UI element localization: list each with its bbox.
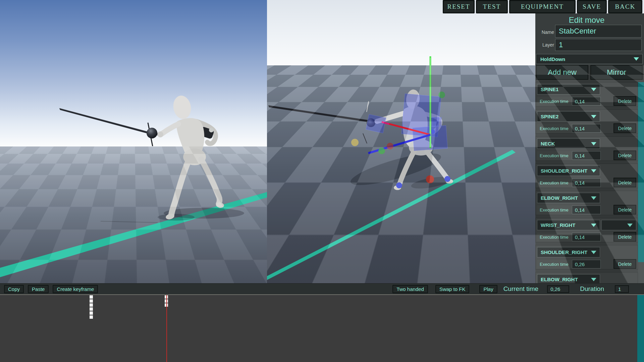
two-handed-button[interactable]: Two handed <box>392 285 428 293</box>
bone-entry: SPINE1Execution time0,14Delete <box>535 82 638 107</box>
bone-select-dropdown[interactable]: ELBOW_RIGHT <box>537 193 600 203</box>
execution-time-input[interactable]: 0,14 <box>572 124 601 133</box>
execution-time-label: Execution time <box>537 260 571 268</box>
bone-name: SHOULDER_RIGHT <box>541 249 587 255</box>
execution-time-label: Execution time <box>537 178 571 187</box>
bone-entry: NECKExecution time0,14Delete <box>535 136 638 161</box>
keyframe-marker[interactable] <box>90 295 93 299</box>
panel-scrollbar-track[interactable] <box>638 82 644 283</box>
bone-select-dropdown[interactable]: WRIST_RIGHT <box>537 220 600 230</box>
bone-name: SPINE1 <box>541 86 558 92</box>
current-time-input[interactable]: 0,26 <box>547 285 569 293</box>
delete-bone-button[interactable]: Delete <box>613 123 636 133</box>
execution-time-input[interactable]: 0,14 <box>572 178 601 187</box>
bone-keyframe-list: SPINE1Execution time0,14DeleteSPINE2Exec… <box>535 13 638 283</box>
bone-name: NECK <box>541 141 555 146</box>
execution-time-input[interactable]: 0,14 <box>572 151 601 160</box>
bone-entry: ELBOW_RIGHTExecution timeDelete <box>535 272 638 283</box>
topbar-button-save[interactable]: SAVE <box>577 0 607 13</box>
duration-input[interactable]: 1 <box>615 285 629 293</box>
delete-bone-button[interactable]: Delete <box>613 259 636 269</box>
bone-select-dropdown[interactable]: SHOULDER_RIGHT <box>537 166 600 176</box>
execution-time-label: Execution time <box>537 151 571 160</box>
bone-select-dropdown[interactable]: SPINE2 <box>537 111 600 122</box>
topbar-button-test[interactable]: TEST <box>476 0 508 13</box>
execution-time-label: Execution time <box>537 124 571 133</box>
delete-bone-button[interactable]: Delete <box>613 178 636 187</box>
bone-extra-dropdown[interactable] <box>601 220 636 230</box>
current-time-label: Current time <box>503 285 539 293</box>
execution-time-input[interactable]: 0,14 <box>572 205 601 214</box>
chevron-down-icon <box>591 169 596 173</box>
topbar-button-back[interactable]: BACK <box>608 0 642 13</box>
bone-name: SPINE2 <box>541 114 558 119</box>
viewport-preview-left[interactable] <box>0 0 267 283</box>
panel-scrollbar-thumb[interactable] <box>638 82 644 262</box>
bone-entry: WRIST_RIGHTExecution time0,14Delete <box>535 218 638 242</box>
bone-select-dropdown[interactable]: NECK <box>537 138 600 149</box>
chevron-down-icon <box>627 224 633 227</box>
chevron-down-icon <box>591 251 596 254</box>
keyframe-marker[interactable] <box>90 299 93 303</box>
duration-label: Duration <box>580 285 604 293</box>
topbar-button-equipment[interactable]: EQUIPMENT <box>509 0 576 13</box>
delete-bone-button[interactable]: Delete <box>613 232 636 242</box>
bone-name: SHOULDER_RIGHT <box>541 168 587 174</box>
sky-left <box>0 0 267 146</box>
bottom-toolbar: Copy Paste Create keyframe Two handed Sw… <box>0 283 644 294</box>
execution-time-input[interactable]: 0,14 <box>572 233 601 241</box>
delete-bone-button[interactable]: Delete <box>613 96 636 106</box>
bone-entry: ELBOW_RIGHTExecution time0,14Delete <box>535 191 638 215</box>
timeline-end-marker <box>637 295 644 362</box>
ground-left <box>0 146 267 283</box>
timeline-playhead[interactable] <box>166 295 167 362</box>
keyframe-marker[interactable] <box>90 303 93 307</box>
create-keyframe-button[interactable]: Create keyframe <box>53 285 98 293</box>
keyframe-marker[interactable] <box>90 311 93 315</box>
execution-time-input[interactable]: 0,14 <box>572 97 601 106</box>
bone-entry: SHOULDER_RIGHTExecution time0,14Delete <box>535 164 638 188</box>
bone-entry: SHOULDER_RIGHTExecution time0,26Delete <box>535 245 638 269</box>
delete-bone-button[interactable]: Delete <box>613 205 636 215</box>
paste-button[interactable]: Paste <box>28 285 49 293</box>
chevron-down-icon <box>591 142 596 145</box>
topbar-button-reset[interactable]: RESET <box>443 0 475 13</box>
bone-select-dropdown[interactable]: SPINE1 <box>537 84 600 95</box>
move-editor-window: RESETTESTEQUIPMENTSAVEBACK Edit move Nam… <box>0 0 644 362</box>
execution-time-label: Execution time <box>537 233 571 241</box>
execution-time-label: Execution time <box>537 205 571 214</box>
chevron-down-icon <box>591 115 596 118</box>
chevron-down-icon <box>591 278 596 281</box>
play-button[interactable]: Play <box>479 285 497 293</box>
chevron-down-icon <box>591 224 596 227</box>
bone-entry: SPINE2Execution time0,14Delete <box>535 109 638 134</box>
keyframe-marker[interactable] <box>90 315 93 319</box>
copy-button[interactable]: Copy <box>4 285 24 293</box>
swap-to-fk-button[interactable]: Swap to FK <box>435 285 470 293</box>
keyframe-marker[interactable] <box>90 307 93 311</box>
execution-time-input[interactable]: 0,26 <box>572 260 601 268</box>
delete-bone-button[interactable]: Delete <box>613 150 636 160</box>
bone-select-dropdown[interactable]: ELBOW_RIGHT <box>537 274 600 283</box>
topbar: RESETTESTEQUIPMENTSAVEBACK <box>443 0 644 13</box>
timeline[interactable] <box>0 294 644 362</box>
edit-move-panel: Edit move Name StabCenter Layer 1 HoldDo… <box>535 13 644 283</box>
chevron-down-icon <box>591 88 596 91</box>
execution-time-label: Execution time <box>537 97 571 106</box>
chevron-down-icon <box>591 196 596 200</box>
bone-name: WRIST_RIGHT <box>541 222 575 228</box>
bone-name: ELBOW_RIGHT <box>541 195 578 201</box>
bone-name: ELBOW_RIGHT <box>541 277 578 282</box>
bone-select-dropdown[interactable]: SHOULDER_RIGHT <box>537 247 600 257</box>
